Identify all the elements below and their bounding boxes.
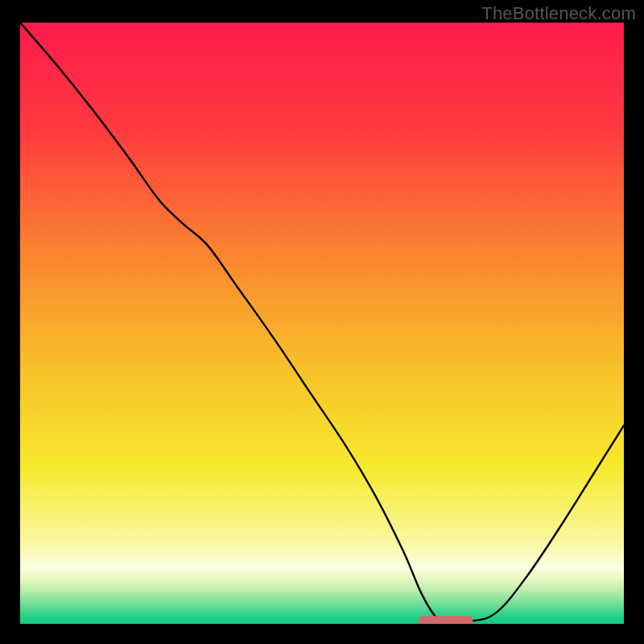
- optimum-marker: [419, 616, 473, 624]
- plot-area: [20, 23, 624, 624]
- bottleneck-chart: [20, 23, 624, 624]
- gradient-background: [20, 23, 624, 624]
- watermark-label: TheBottleneck.com: [481, 3, 636, 24]
- chart-frame: TheBottleneck.com: [0, 0, 644, 644]
